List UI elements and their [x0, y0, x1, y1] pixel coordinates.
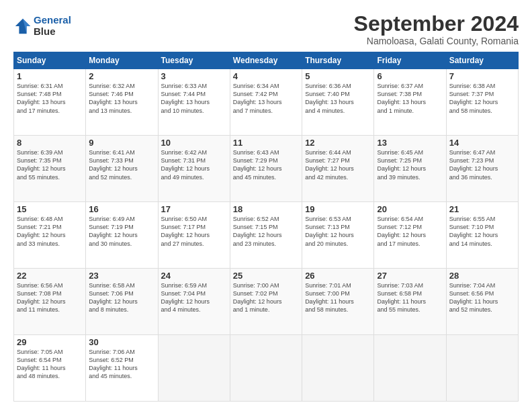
col-monday: Monday	[86, 52, 158, 69]
day-info: Sunrise: 6:36 AM Sunset: 7:40 PM Dayligh…	[305, 82, 371, 115]
day-number: 15	[17, 204, 83, 214]
calendar-cell: 4Sunrise: 6:34 AM Sunset: 7:42 PM Daylig…	[230, 69, 302, 136]
day-number: 12	[305, 138, 371, 148]
day-info: Sunrise: 7:06 AM Sunset: 6:52 PM Dayligh…	[89, 348, 154, 381]
col-thursday: Thursday	[302, 52, 374, 69]
day-number: 26	[305, 271, 371, 281]
day-info: Sunrise: 6:45 AM Sunset: 7:25 PM Dayligh…	[377, 148, 443, 181]
day-info: Sunrise: 7:04 AM Sunset: 6:56 PM Dayligh…	[449, 281, 515, 314]
day-info: Sunrise: 7:03 AM Sunset: 6:58 PM Dayligh…	[377, 281, 443, 314]
day-number: 16	[89, 204, 154, 214]
calendar-header-row: Sunday Monday Tuesday Wednesday Thursday…	[14, 52, 519, 69]
day-number: 8	[17, 138, 83, 148]
calendar-cell: 16Sunrise: 6:49 AM Sunset: 7:19 PM Dayli…	[86, 202, 158, 269]
calendar-cell	[374, 335, 446, 402]
calendar-cell	[446, 335, 518, 402]
day-info: Sunrise: 7:00 AM Sunset: 7:02 PM Dayligh…	[233, 281, 299, 314]
calendar-cell: 23Sunrise: 6:58 AM Sunset: 7:06 PM Dayli…	[86, 269, 158, 335]
calendar-cell: 14Sunrise: 6:47 AM Sunset: 7:23 PM Dayli…	[446, 136, 518, 202]
day-number: 20	[377, 204, 443, 214]
col-tuesday: Tuesday	[158, 52, 230, 69]
day-number: 24	[161, 271, 227, 281]
day-number: 30	[89, 337, 154, 347]
day-info: Sunrise: 6:41 AM Sunset: 7:33 PM Dayligh…	[89, 148, 154, 181]
col-friday: Friday	[374, 52, 446, 69]
day-number: 29	[17, 337, 83, 347]
calendar-cell: 17Sunrise: 6:50 AM Sunset: 7:17 PM Dayli…	[158, 202, 230, 269]
day-number: 9	[89, 138, 154, 148]
day-info: Sunrise: 6:44 AM Sunset: 7:27 PM Dayligh…	[305, 148, 371, 181]
day-number: 10	[161, 138, 227, 148]
calendar-cell: 6Sunrise: 6:37 AM Sunset: 7:38 PM Daylig…	[374, 69, 446, 136]
day-number: 25	[233, 271, 299, 281]
calendar-cell: 30Sunrise: 7:06 AM Sunset: 6:52 PM Dayli…	[86, 335, 158, 402]
day-number: 3	[161, 71, 227, 81]
day-number: 13	[377, 138, 443, 148]
calendar-cell: 9Sunrise: 6:41 AM Sunset: 7:33 PM Daylig…	[86, 136, 158, 202]
calendar-cell: 5Sunrise: 6:36 AM Sunset: 7:40 PM Daylig…	[302, 69, 374, 136]
logo-line1: General	[34, 14, 71, 26]
header: General Blue September 2024 Namoloasa, G…	[13, 12, 519, 46]
day-info: Sunrise: 7:01 AM Sunset: 7:00 PM Dayligh…	[305, 281, 371, 314]
day-info: Sunrise: 6:32 AM Sunset: 7:46 PM Dayligh…	[89, 82, 154, 115]
day-info: Sunrise: 6:31 AM Sunset: 7:48 PM Dayligh…	[17, 82, 83, 115]
day-info: Sunrise: 6:38 AM Sunset: 7:37 PM Dayligh…	[449, 82, 515, 115]
calendar-week-row: 22Sunrise: 6:56 AM Sunset: 7:08 PM Dayli…	[14, 269, 519, 335]
calendar-cell: 27Sunrise: 7:03 AM Sunset: 6:58 PM Dayli…	[374, 269, 446, 335]
calendar-cell: 28Sunrise: 7:04 AM Sunset: 6:56 PM Dayli…	[446, 269, 518, 335]
calendar-cell: 3Sunrise: 6:33 AM Sunset: 7:44 PM Daylig…	[158, 69, 230, 136]
col-saturday: Saturday	[446, 52, 518, 69]
day-info: Sunrise: 6:52 AM Sunset: 7:15 PM Dayligh…	[233, 215, 299, 248]
day-info: Sunrise: 6:54 AM Sunset: 7:12 PM Dayligh…	[377, 215, 443, 248]
day-info: Sunrise: 6:58 AM Sunset: 7:06 PM Dayligh…	[89, 281, 154, 314]
calendar-cell: 29Sunrise: 7:05 AM Sunset: 6:54 PM Dayli…	[14, 335, 86, 402]
calendar-cell: 7Sunrise: 6:38 AM Sunset: 7:37 PM Daylig…	[446, 69, 518, 136]
day-number: 19	[305, 204, 371, 214]
calendar-cell: 25Sunrise: 7:00 AM Sunset: 7:02 PM Dayli…	[230, 269, 302, 335]
day-number: 1	[17, 71, 83, 81]
day-info: Sunrise: 6:33 AM Sunset: 7:44 PM Dayligh…	[161, 82, 227, 115]
calendar-cell: 2Sunrise: 6:32 AM Sunset: 7:46 PM Daylig…	[86, 69, 158, 136]
calendar-cell: 26Sunrise: 7:01 AM Sunset: 7:00 PM Dayli…	[302, 269, 374, 335]
day-info: Sunrise: 6:53 AM Sunset: 7:13 PM Dayligh…	[305, 215, 371, 248]
day-number: 7	[449, 71, 515, 81]
day-number: 27	[377, 271, 443, 281]
day-info: Sunrise: 6:48 AM Sunset: 7:21 PM Dayligh…	[17, 215, 83, 248]
day-number: 14	[449, 138, 515, 148]
day-info: Sunrise: 6:37 AM Sunset: 7:38 PM Dayligh…	[377, 82, 443, 115]
day-number: 11	[233, 138, 299, 148]
calendar-cell: 12Sunrise: 6:44 AM Sunset: 7:27 PM Dayli…	[302, 136, 374, 202]
logo: General Blue	[13, 15, 71, 37]
calendar-cell	[230, 335, 302, 402]
calendar-cell: 20Sunrise: 6:54 AM Sunset: 7:12 PM Dayli…	[374, 202, 446, 269]
calendar-week-row: 29Sunrise: 7:05 AM Sunset: 6:54 PM Dayli…	[14, 335, 519, 402]
calendar-cell: 18Sunrise: 6:52 AM Sunset: 7:15 PM Dayli…	[230, 202, 302, 269]
day-info: Sunrise: 7:05 AM Sunset: 6:54 PM Dayligh…	[17, 348, 83, 381]
month-title: September 2024	[354, 12, 519, 36]
day-number: 2	[89, 71, 154, 81]
calendar-cell: 11Sunrise: 6:43 AM Sunset: 7:29 PM Dayli…	[230, 136, 302, 202]
calendar-week-row: 15Sunrise: 6:48 AM Sunset: 7:21 PM Dayli…	[14, 202, 519, 269]
calendar-cell	[158, 335, 230, 402]
day-info: Sunrise: 6:47 AM Sunset: 7:23 PM Dayligh…	[449, 148, 515, 181]
page: General Blue September 2024 Namoloasa, G…	[0, 0, 532, 411]
calendar-cell: 1Sunrise: 6:31 AM Sunset: 7:48 PM Daylig…	[14, 69, 86, 136]
day-info: Sunrise: 6:50 AM Sunset: 7:17 PM Dayligh…	[161, 215, 227, 248]
title-area: September 2024 Namoloasa, Galati County,…	[354, 12, 519, 46]
calendar-cell	[302, 335, 374, 402]
day-number: 17	[161, 204, 227, 214]
calendar-cell: 15Sunrise: 6:48 AM Sunset: 7:21 PM Dayli…	[14, 202, 86, 269]
logo-text: General Blue	[34, 15, 71, 37]
col-wednesday: Wednesday	[230, 52, 302, 69]
day-info: Sunrise: 6:55 AM Sunset: 7:10 PM Dayligh…	[449, 215, 515, 248]
calendar-cell: 13Sunrise: 6:45 AM Sunset: 7:25 PM Dayli…	[374, 136, 446, 202]
logo-line2: Blue	[34, 26, 71, 38]
day-number: 28	[449, 271, 515, 281]
calendar-week-row: 8Sunrise: 6:39 AM Sunset: 7:35 PM Daylig…	[14, 136, 519, 202]
calendar-cell: 22Sunrise: 6:56 AM Sunset: 7:08 PM Dayli…	[14, 269, 86, 335]
day-info: Sunrise: 6:59 AM Sunset: 7:04 PM Dayligh…	[161, 281, 227, 314]
location-subtitle: Namoloasa, Galati County, Romania	[354, 36, 519, 46]
col-sunday: Sunday	[14, 52, 86, 69]
day-info: Sunrise: 6:49 AM Sunset: 7:19 PM Dayligh…	[89, 215, 154, 248]
calendar-cell: 19Sunrise: 6:53 AM Sunset: 7:13 PM Dayli…	[302, 202, 374, 269]
